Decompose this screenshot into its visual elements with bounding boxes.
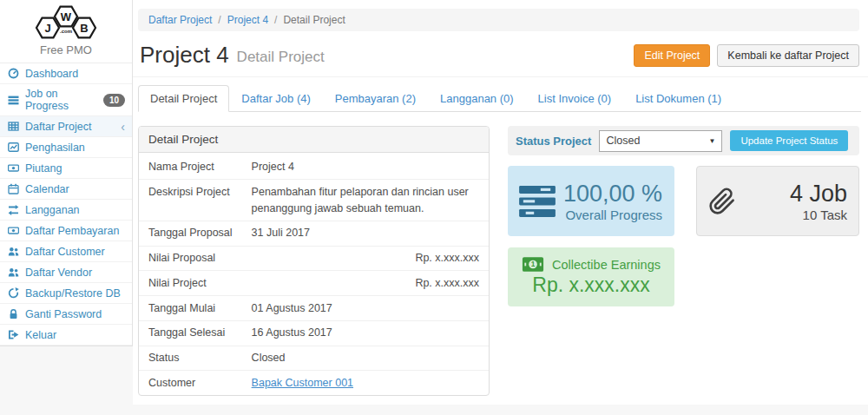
row-value: Penambahan fitur pelaporan dan rincian u… (242, 180, 489, 221)
right-column: Status Project Closed ▼ Update Project S… (508, 126, 859, 396)
sidebar-item-dashboard[interactable]: Dashboard (0, 63, 132, 84)
sidebar-item-job-on-progress[interactable]: Job on Progress 10 (0, 84, 132, 116)
row-label: Tanggal Mulai (139, 296, 242, 321)
refresh-icon (7, 287, 20, 299)
money-icon (7, 225, 20, 236)
detail-table: Nama Project Project 4 Deskripsi Project… (139, 153, 489, 395)
line-chart-icon (7, 142, 20, 153)
table-row: Deskripsi Project Penambahan fitur pelap… (139, 180, 489, 221)
footer: Powered by Free PMO, and developed with … (0, 405, 868, 415)
row-label: Tanggal Proposal (139, 221, 242, 246)
table-icon (7, 121, 20, 132)
stat-boxes: 100,00 % Overall Progress 4 Job 10 T (508, 166, 859, 236)
header-buttons: Edit Project Kembali ke daftar Project (634, 44, 859, 67)
sidebar-item-label: Job on Progress (25, 88, 98, 112)
table-row: Status Closed (139, 346, 489, 371)
svg-text:.com: .com (60, 29, 72, 34)
sidebar-item-daftar-customer[interactable]: Daftar Customer (0, 241, 132, 262)
sidebar-item-label: Keluar (25, 329, 56, 341)
page-title: Project 4 (140, 42, 229, 69)
breadcrumb-link-project-4[interactable]: Project 4 (227, 14, 268, 26)
edit-project-button[interactable]: Edit Project (634, 44, 710, 67)
sidebar-item-daftar-pembayaran[interactable]: Daftar Pembayaran (0, 221, 132, 241)
tab-langganan[interactable]: Langganan (0) (428, 85, 526, 112)
row-label: Deskripsi Project (139, 180, 242, 221)
collectible-earnings-box: 1 Collectibe Earnings Rp. x.xxx.xxx (508, 247, 674, 306)
row-label: Status (139, 346, 242, 371)
svg-text:J: J (44, 22, 50, 35)
table-row: Nilai Proposal Rp. x.xxx.xxx (139, 246, 489, 271)
table-row: Tanggal Mulai 01 Agustus 2017 (139, 296, 489, 321)
caret-down-icon: ▼ (709, 137, 716, 145)
status-project-form: Status Project Closed ▼ Update Project S… (508, 126, 859, 155)
row-value: Rp. x.xxx.xxx (242, 246, 489, 271)
sidebar: W J B .com Free PMO Dashboard Job on Pro… (0, 0, 133, 346)
sidebar-item-backup-restore-db[interactable]: Backup/Restore DB (0, 283, 132, 304)
brand-name: Free PMO (3, 43, 128, 56)
tasks-icon (7, 95, 20, 106)
chevron-left-icon: ‹ (121, 121, 125, 133)
status-select-value: Closed (606, 135, 640, 147)
detail-project-panel: Detail Project Nama Project Project 4 De… (138, 126, 490, 396)
panel-title: Detail Project (139, 127, 489, 153)
money-icon (7, 162, 20, 174)
back-to-list-button[interactable]: Kembali ke daftar Project (717, 44, 859, 67)
dashboard-icon (7, 68, 20, 79)
breadcrumb-link-daftar-project[interactable]: Daftar Project (148, 14, 212, 26)
calendar-icon (7, 183, 20, 194)
status-select[interactable]: Closed ▼ (599, 130, 722, 152)
tab-content: Detail Project Nama Project Project 4 De… (133, 112, 868, 396)
sign-out-icon (7, 329, 20, 340)
tab-bar: Detail Project Daftar Job (4) Pembayaran… (138, 85, 861, 112)
page-header: Project 4 Detail Project Edit Project Ke… (133, 31, 868, 77)
tab-pembayaran[interactable]: Pembayaran (2) (323, 85, 428, 112)
breadcrumb-separator: / (274, 14, 277, 26)
table-row: Nama Project Project 4 (139, 153, 489, 180)
sidebar-item-daftar-project[interactable]: Daftar Project ‹ (0, 116, 132, 137)
sidebar-item-label: Dashboard (25, 68, 78, 80)
row-label: Nilai Project (139, 271, 242, 296)
sidebar-item-piutang[interactable]: Piutang (0, 158, 132, 179)
row-value: Rp. x.xxx.xxx (242, 271, 489, 296)
jwb-logo-icon: W J B .com (25, 5, 107, 42)
sidebar-item-label: Daftar Vendor (25, 267, 92, 279)
breadcrumb: Daftar Project / Project 4 / Detail Proj… (138, 9, 859, 31)
row-value: 01 Agustus 2017 (242, 296, 489, 321)
sidebar-item-keluar[interactable]: Keluar (0, 325, 132, 346)
row-label: Nama Project (139, 153, 242, 180)
row-label: Nilai Proposal (139, 246, 242, 271)
sidebar-item-label: Piutang (25, 162, 62, 175)
sidebar-item-ganti-password[interactable]: Ganti Password (0, 304, 132, 325)
overall-progress-box: 100,00 % Overall Progress (508, 166, 674, 236)
task-count: 10 Task (736, 208, 847, 222)
sidebar-item-daftar-vendor[interactable]: Daftar Vendor (0, 262, 132, 283)
earnings-label: Collectibe Earnings (552, 258, 661, 272)
row-label: Tanggal Selesai (139, 320, 242, 346)
tab-list-invoice[interactable]: List Invoice (0) (526, 85, 624, 112)
sidebar-item-label: Penghasilan (25, 142, 85, 154)
tab-detail-project[interactable]: Detail Project (138, 85, 229, 112)
users-icon (7, 246, 20, 257)
paperclip-icon (708, 185, 736, 218)
svg-text:B: B (80, 22, 88, 35)
sidebar-item-calendar[interactable]: Calendar (0, 179, 132, 200)
sidebar-item-label: Daftar Pembayaran (25, 225, 119, 237)
table-row: Nilai Project Rp. x.xxx.xxx (139, 271, 489, 296)
tab-list-dokumen[interactable]: List Dokumen (1) (623, 85, 733, 112)
job-count-badge: 10 (103, 94, 125, 107)
tab-daftar-job[interactable]: Daftar Job (4) (229, 85, 322, 112)
table-row: Customer Bapak Customer 001 (139, 371, 489, 395)
status-project-label: Status Project (516, 135, 591, 148)
sidebar-item-penghasilan[interactable]: Penghasilan (0, 137, 132, 158)
sidebar-item-label: Calendar (25, 183, 69, 195)
money-icon: 1 (522, 256, 544, 273)
earnings-value: Rp. x.xxx.xxx (515, 273, 667, 297)
table-row: Tanggal Proposal 31 Juli 2017 (139, 221, 489, 246)
main-content: Daftar Project / Project 4 / Detail Proj… (133, 0, 868, 405)
update-project-status-button[interactable]: Update Project Status (730, 130, 848, 151)
progress-label: Overall Progress (563, 208, 662, 222)
sidebar-item-langganan[interactable]: Langganan (0, 200, 132, 221)
sidebar-item-label: Langganan (25, 204, 80, 216)
customer-link[interactable]: Bapak Customer 001 (252, 377, 353, 389)
lock-icon (7, 308, 20, 319)
